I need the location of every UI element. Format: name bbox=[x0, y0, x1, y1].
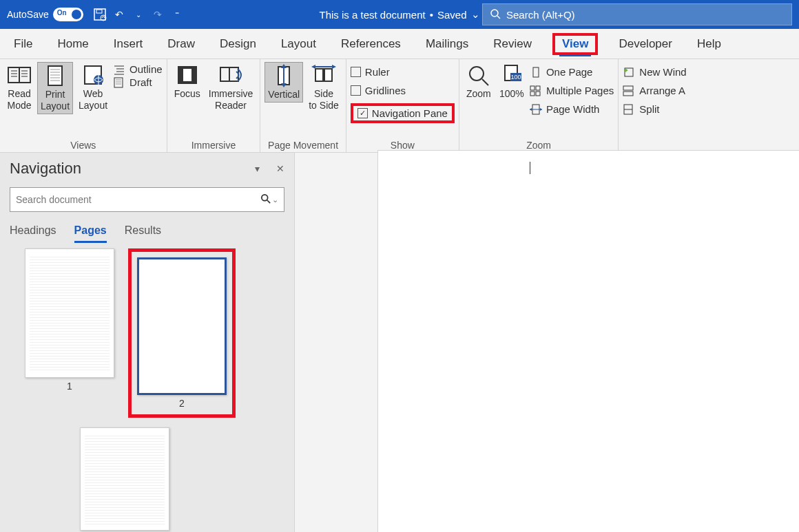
svg-rect-52 bbox=[536, 92, 540, 96]
draft-button[interactable]: Draft bbox=[113, 76, 163, 88]
ribbon-tabs: File Home Insert Draw Design Layout Refe… bbox=[0, 29, 799, 59]
group-label-immersive: Immersive bbox=[172, 140, 256, 152]
tab-view[interactable]: View bbox=[558, 36, 592, 52]
multiple-pages-icon bbox=[530, 85, 542, 96]
svg-point-64 bbox=[262, 194, 268, 200]
vertical-button[interactable]: Vertical bbox=[264, 62, 303, 103]
print-layout-button[interactable]: Print Layout bbox=[37, 62, 73, 114]
web-layout-icon bbox=[81, 63, 105, 87]
tab-mailings[interactable]: Mailings bbox=[422, 36, 473, 52]
new-window-button[interactable]: New Wind bbox=[623, 66, 686, 78]
undo-icon[interactable]: ↶ bbox=[112, 8, 126, 21]
close-icon[interactable]: ✕ bbox=[276, 163, 284, 174]
svg-text:100: 100 bbox=[510, 74, 521, 81]
title-bar: AutoSave On ↶ ⌄ ↷ ⁼ This is a test docum… bbox=[0, 0, 799, 29]
tab-insert[interactable]: Insert bbox=[110, 36, 147, 52]
immersive-reader-button[interactable]: Immersive Reader bbox=[206, 62, 256, 113]
redo-icon[interactable]: ↷ bbox=[151, 8, 165, 21]
zoom-100-button[interactable]: 100 100% bbox=[497, 62, 527, 101]
checkbox-checked-icon: ✓ bbox=[357, 108, 368, 118]
toggle-on-icon: On bbox=[53, 8, 83, 21]
page-thumbnail-1[interactable] bbox=[25, 248, 114, 378]
svg-line-44 bbox=[482, 79, 488, 85]
zoom-icon bbox=[466, 63, 491, 87]
focus-button[interactable]: Focus bbox=[172, 62, 203, 101]
split-button[interactable]: Split bbox=[623, 103, 686, 115]
search-placeholder: Search (Alt+Q) bbox=[506, 9, 575, 21]
arrange-all-button[interactable]: Arrange A bbox=[623, 85, 686, 96]
ribbon: Read Mode Print Layout Web Layout Outlin… bbox=[0, 59, 799, 153]
side-to-side-button[interactable]: Side to Side bbox=[306, 62, 342, 113]
qat-dropdown-icon[interactable]: ⁼ bbox=[170, 8, 184, 21]
one-page-icon bbox=[530, 67, 542, 78]
search-icon bbox=[490, 8, 501, 21]
tab-file[interactable]: File bbox=[10, 36, 37, 52]
draft-icon bbox=[113, 77, 125, 88]
multiple-pages-button[interactable]: Multiple Pages bbox=[530, 85, 614, 96]
ruler-checkbox[interactable]: Ruler bbox=[351, 66, 455, 78]
outline-button[interactable]: Outline bbox=[113, 63, 163, 75]
search-dropdown-icon[interactable]: ⌄ bbox=[272, 195, 278, 204]
new-window-icon bbox=[623, 67, 635, 78]
tab-layout[interactable]: Layout bbox=[277, 36, 320, 52]
navigation-pane-checkbox[interactable]: ✓ Navigation Pane bbox=[357, 107, 448, 119]
zoom-button[interactable]: Zoom bbox=[464, 62, 494, 101]
document-page[interactable] bbox=[377, 150, 799, 532]
page-number-2: 2 bbox=[179, 398, 185, 409]
ribbon-group-views: Read Mode Print Layout Web Layout Outlin… bbox=[0, 59, 167, 152]
svg-rect-60 bbox=[623, 86, 633, 90]
svg-marker-55 bbox=[530, 108, 532, 111]
tab-references[interactable]: References bbox=[337, 36, 405, 52]
tab-home[interactable]: Home bbox=[53, 36, 92, 52]
tab-help[interactable]: Help bbox=[693, 36, 725, 52]
save-icon[interactable] bbox=[93, 8, 107, 21]
page-width-button[interactable]: Page Width bbox=[530, 103, 614, 115]
page-thumbnail-2[interactable] bbox=[137, 257, 227, 395]
search-document-input[interactable]: Search document ⌄ bbox=[10, 187, 284, 212]
checkbox-unchecked-icon bbox=[351, 85, 361, 96]
document-area[interactable] bbox=[295, 153, 799, 532]
page-number-1: 1 bbox=[67, 381, 72, 392]
nav-tab-pages[interactable]: Pages bbox=[74, 224, 107, 243]
navigation-pane: Navigation ▾ ✕ Search document ⌄ Heading… bbox=[0, 153, 295, 532]
document-title[interactable]: This is a test document • Saved ⌄ bbox=[319, 8, 479, 21]
undo-dropdown-icon[interactable]: ⌄ bbox=[132, 8, 145, 21]
side-to-side-icon bbox=[311, 63, 336, 87]
gridlines-checkbox[interactable]: Gridlines bbox=[351, 85, 455, 96]
svg-rect-13 bbox=[48, 66, 62, 85]
quick-access-toolbar: ↶ ⌄ ↷ ⁼ bbox=[93, 8, 184, 21]
svg-marker-41 bbox=[311, 65, 315, 69]
search-input[interactable]: Search (Alt+Q) bbox=[482, 3, 792, 25]
tab-draw[interactable]: Draw bbox=[163, 36, 199, 52]
tab-review[interactable]: Review bbox=[489, 36, 536, 52]
ribbon-group-zoom: Zoom 100 100% One Page Multiple Pages Pa… bbox=[459, 59, 619, 152]
nav-tab-headings[interactable]: Headings bbox=[10, 224, 56, 243]
page-thumbnail-3[interactable] bbox=[80, 427, 169, 531]
tab-design[interactable]: Design bbox=[216, 36, 260, 52]
autosave-toggle[interactable]: AutoSave On bbox=[7, 8, 83, 21]
ribbon-group-page-movement: Vertical Side to Side Page Movement bbox=[260, 59, 346, 152]
navigation-options-icon[interactable]: ▾ bbox=[255, 163, 260, 174]
ribbon-group-show: Ruler Gridlines ✓ Navigation Pane Show bbox=[346, 59, 459, 152]
highlight-view-tab: View bbox=[552, 33, 598, 55]
group-label-views: Views bbox=[4, 140, 163, 152]
immersive-reader-icon bbox=[218, 63, 243, 87]
search-document-placeholder: Search document bbox=[16, 194, 92, 205]
tab-developer[interactable]: Developer bbox=[614, 36, 676, 52]
read-mode-button[interactable]: Read Mode bbox=[4, 62, 34, 113]
svg-rect-39 bbox=[324, 69, 332, 81]
svg-point-43 bbox=[470, 67, 484, 81]
ribbon-group-immersive: Focus Immersive Reader Immersive bbox=[167, 59, 261, 152]
svg-marker-56 bbox=[540, 108, 542, 111]
svg-rect-50 bbox=[536, 86, 540, 90]
svg-marker-42 bbox=[332, 65, 336, 69]
navigation-title: Navigation bbox=[10, 160, 81, 178]
nav-tab-results[interactable]: Results bbox=[125, 224, 161, 243]
svg-rect-49 bbox=[530, 86, 535, 90]
search-icon bbox=[261, 194, 271, 206]
svg-point-3 bbox=[491, 10, 498, 17]
web-layout-button[interactable]: Web Layout bbox=[76, 62, 110, 113]
chevron-down-icon: ⌄ bbox=[471, 8, 480, 21]
one-page-button[interactable]: One Page bbox=[530, 66, 614, 78]
svg-rect-38 bbox=[315, 69, 323, 81]
